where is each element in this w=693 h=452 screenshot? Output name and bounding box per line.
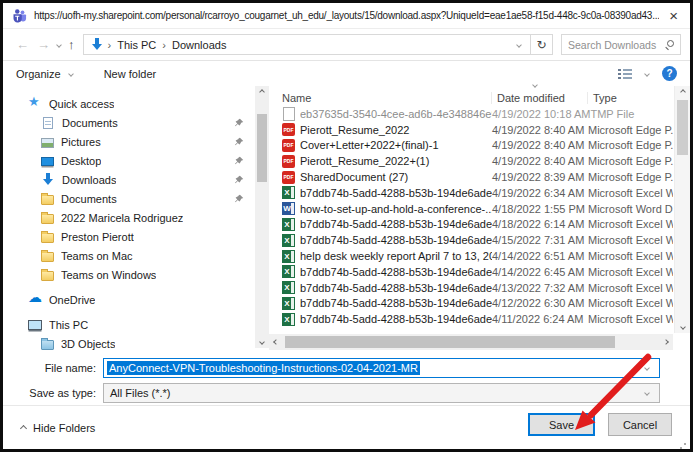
folder-icon xyxy=(41,214,54,224)
cancel-button[interactable]: Cancel xyxy=(608,413,672,436)
hide-folders-button[interactable]: Hide Folders xyxy=(21,422,95,434)
sidebar-item-pictures[interactable]: Pictures xyxy=(8,132,252,151)
search-box[interactable] xyxy=(561,34,681,55)
table-row[interactable]: b7ddb74b-5add-4288-b53b-194de6adeb 4/11/… xyxy=(269,311,673,327)
list-header: Name Date modified Type xyxy=(269,86,690,106)
breadcrumb-this-pc[interactable]: This PC xyxy=(117,39,156,51)
type-cell: Microsoft Word D... xyxy=(588,203,673,215)
file-name-label: File name: xyxy=(3,362,103,374)
scroll-down-icon[interactable] xyxy=(675,321,690,333)
footer-fields: File name: AnyConnect-VPN-Troubleshootin… xyxy=(3,358,690,408)
date-modified-cell: 4/15/2022 7:31 AM xyxy=(492,234,588,246)
scrollbar-thumb[interactable] xyxy=(257,114,267,182)
type-cell: Microsoft Excel W... xyxy=(588,218,673,230)
file-name-dropdown-chevron-icon[interactable] xyxy=(644,365,650,371)
list-vertical-scrollbar[interactable] xyxy=(674,86,690,333)
sidebar-item-label: Quick access xyxy=(49,98,114,110)
sidebar-scrollbar[interactable] xyxy=(255,86,269,348)
address-bar[interactable]: › This PC › Downloads xyxy=(83,34,532,55)
type-cell: Microsoft Excel W xyxy=(588,313,673,325)
sidebar-item-teams-on-mac[interactable]: Teams on Mac xyxy=(8,246,252,265)
save-button[interactable]: Save xyxy=(528,413,595,436)
scroll-left-icon[interactable] xyxy=(269,340,283,344)
table-row[interactable]: Pierott_Resume_2022 4/19/2022 8:40 AM Mi… xyxy=(269,122,673,138)
pdf-icon xyxy=(282,139,295,152)
scroll-right-icon[interactable] xyxy=(659,340,673,344)
teams-icon xyxy=(12,8,27,23)
file-name-value: AnyConnect-VPN-Troubleshooting-Instructi… xyxy=(107,361,420,375)
sidebar-item-3d-objects[interactable]: 3D Objects xyxy=(8,334,252,350)
file-name-cell: b7ddb74b-5add-4288-b53b-194de6adeb xyxy=(300,313,492,325)
table-row[interactable]: b7ddb74b-5add-4288-b53b-194de6adeb... 4/… xyxy=(269,232,673,248)
refresh-button[interactable]: ↻ xyxy=(531,34,553,55)
table-row[interactable]: b7ddb74b-5add-4288-b53b-194de6adeb... 4/… xyxy=(269,280,673,296)
type-cell: Microsoft Edge P... xyxy=(588,124,673,136)
close-icon[interactable]: × xyxy=(666,8,681,23)
main-area: Quick access Documents Pictures Desktop … xyxy=(3,86,690,350)
organize-chevron-icon xyxy=(68,71,74,77)
save-as-type-label: Save as type: xyxy=(3,387,103,399)
sidebar-item-label: Desktop xyxy=(61,155,101,167)
organize-button[interactable]: Organize xyxy=(16,68,76,80)
sidebar-item-teams-on-windows[interactable]: Teams on Windows xyxy=(8,265,252,284)
table-row[interactable]: b7ddb74b-5add-4288-b53b-194de6adeb... 4/… xyxy=(269,296,673,312)
desktop-icon xyxy=(41,157,54,166)
scrollbar-thumb[interactable] xyxy=(677,100,688,155)
table-row[interactable]: b7ddb74b-5add-4288-b53b-194de6adeb... 4/… xyxy=(269,217,673,233)
table-row[interactable]: eb37635d-3540-4cee-ad6b-4e348846e90e... … xyxy=(269,106,673,122)
table-row[interactable]: Cover+Letter+2022+(final)-1 4/19/2022 8:… xyxy=(269,138,673,154)
date-modified-cell: 4/18/2022 1:55 PM xyxy=(492,203,588,215)
sidebar-item-onedrive[interactable]: OneDrive xyxy=(8,290,252,309)
details-view-icon[interactable] xyxy=(618,68,632,80)
date-modified-cell: 4/18/2022 6:14 AM xyxy=(492,218,588,230)
forward-icon[interactable]: → xyxy=(33,38,54,51)
chevron-up-icon xyxy=(20,424,27,431)
table-row[interactable]: how-to-set-up-and-hold-a-conference-... … xyxy=(269,201,673,217)
sidebar-item-2022-maricela-rodriguez[interactable]: 2022 Maricela Rodriguez xyxy=(8,208,252,227)
table-row[interactable]: SharedDocument (27) 4/19/2022 8:39 AM Mi… xyxy=(269,169,673,185)
table-row[interactable]: b7ddb74b-5add-4288-b53b-194de6adeb... 4/… xyxy=(269,264,673,280)
help-icon[interactable]: ? xyxy=(662,66,677,81)
scroll-down-icon[interactable] xyxy=(255,336,269,348)
sidebar-item-documents[interactable]: Documents xyxy=(8,113,252,132)
view-dropdown-chevron-icon[interactable] xyxy=(644,71,650,77)
thispc-icon xyxy=(28,320,42,330)
type-cell: Microsoft Excel W... xyxy=(588,297,673,309)
column-header-date-modified[interactable]: Date modified xyxy=(492,92,588,104)
address-dropdown-chevron-icon[interactable] xyxy=(516,42,522,48)
new-folder-button[interactable]: New folder xyxy=(104,68,157,80)
type-cell: Microsoft Excel W... xyxy=(588,282,673,294)
table-row[interactable]: help desk weekly report April 7 to 13, 2… xyxy=(269,248,673,264)
scroll-up-icon[interactable] xyxy=(255,86,269,98)
sidebar-item-quick-access[interactable]: Quick access xyxy=(8,94,252,113)
table-row[interactable]: b7ddb74b-5add-4288-b53b-194de6adeb... 4/… xyxy=(269,185,673,201)
folder3d-icon xyxy=(41,340,54,350)
pin-icon xyxy=(234,137,244,147)
save-as-type-select[interactable]: All Files (*.*) xyxy=(103,383,660,403)
sidebar-item-documents[interactable]: Documents xyxy=(8,189,252,208)
file-name-input[interactable]: AnyConnect-VPN-Troubleshooting-Instructi… xyxy=(103,358,660,378)
pdf-icon xyxy=(282,155,295,168)
column-header-name[interactable]: Name xyxy=(269,92,492,104)
resize-grip[interactable] xyxy=(684,443,686,445)
sidebar-item-preston-pierott[interactable]: Preston Pierott xyxy=(8,227,252,246)
pin-icon xyxy=(234,156,244,166)
scrollbar-thumb[interactable] xyxy=(285,336,615,348)
sidebar-item-this-pc[interactable]: This PC xyxy=(8,315,252,334)
table-row[interactable]: Pierott_Resume_2022+(1) 4/19/2022 8:40 A… xyxy=(269,153,673,169)
sidebar-item-downloads[interactable]: Downloads xyxy=(8,170,252,189)
folder-icon xyxy=(41,252,54,262)
excel-icon xyxy=(282,297,295,310)
date-modified-cell: 4/19/2022 8:40 AM xyxy=(492,124,588,136)
back-icon[interactable]: ← xyxy=(12,38,33,51)
list-horizontal-scrollbar[interactable] xyxy=(269,334,673,350)
recent-locations-chevron-icon[interactable] xyxy=(56,42,62,48)
sidebar-item-desktop[interactable]: Desktop xyxy=(8,151,252,170)
pdf-icon xyxy=(282,123,295,136)
breadcrumb-downloads[interactable]: Downloads xyxy=(172,39,226,51)
save-as-dialog: https://uofh-my.sharepoint.com/personal/… xyxy=(0,0,693,452)
scroll-up-icon[interactable] xyxy=(675,86,690,98)
up-icon[interactable]: ↑ xyxy=(64,38,79,51)
search-input[interactable] xyxy=(568,39,665,51)
sidebar-item-label: Pictures xyxy=(61,136,101,148)
